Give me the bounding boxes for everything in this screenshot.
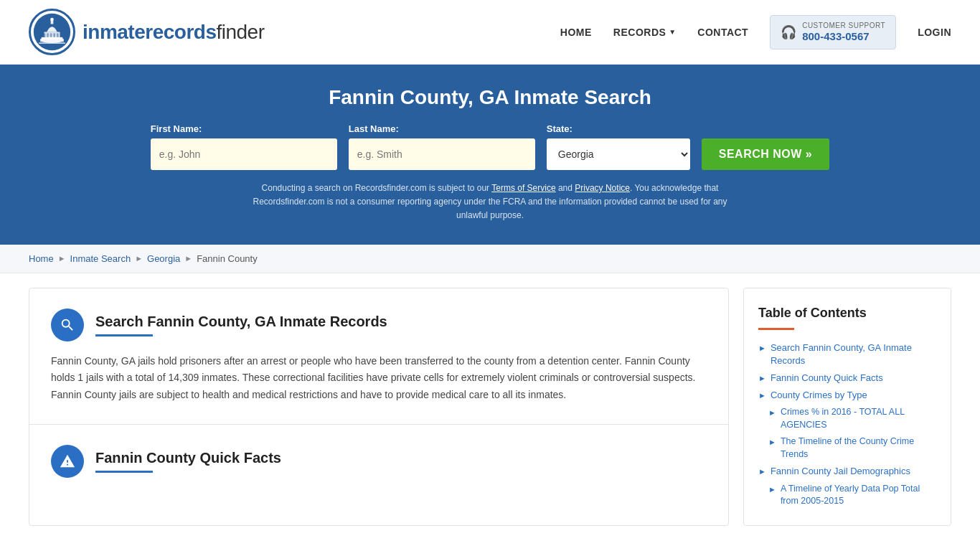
chevron-right-icon-2: ►	[758, 374, 766, 382]
privacy-link[interactable]: Privacy Notice	[575, 183, 630, 193]
toc-list: ► Search Fannin County, GA Inmate Record…	[758, 342, 936, 508]
breadcrumb-inmate-search[interactable]: Inmate Search	[70, 253, 131, 264]
support-info: CUSTOMER SUPPORT 800-433-0567	[802, 22, 885, 43]
section-quick-facts: Fannin County Quick Facts	[29, 425, 728, 509]
search-icon-circle	[51, 309, 84, 342]
chevron-down-icon: ▼	[669, 28, 676, 36]
nav-records-link[interactable]: RECORDS	[613, 27, 666, 38]
breadcrumb-separator-2: ►	[135, 254, 143, 263]
toc-link-6[interactable]: Fannin County Jail Demographics	[771, 465, 910, 478]
toc-link-2[interactable]: Fannin County Quick Facts	[771, 372, 883, 385]
first-name-input[interactable]	[151, 138, 337, 170]
nav-home[interactable]: HOME	[560, 27, 592, 38]
hero-section: Fannin County, GA Inmate Search First Na…	[0, 65, 980, 245]
breadcrumb: Home ► Inmate Search ► Georgia ► Fannin …	[0, 245, 980, 273]
svg-rect-11	[40, 40, 64, 42]
chevron-right-icon-1: ►	[758, 344, 766, 352]
toc-link-7[interactable]: A Timeline of Yearly Data Pop Total from…	[781, 483, 936, 508]
site-header: inmaterecordsfinder HOME RECORDS ▼ CONTA…	[0, 0, 980, 65]
toc-item-6: ► Fannin County Jail Demographics	[758, 465, 936, 478]
login-button[interactable]: LOGIN	[918, 27, 951, 38]
section-header-facts: Fannin County Quick Facts	[51, 445, 707, 478]
breadcrumb-separator-3: ►	[184, 254, 192, 263]
svg-rect-12	[39, 42, 65, 44]
title-underline	[95, 334, 153, 336]
svg-point-5	[50, 18, 54, 22]
content-area: Search Fannin County, GA Inmate Records …	[29, 288, 729, 526]
svg-rect-6	[44, 33, 46, 37]
search-button[interactable]: SEARCH NOW »	[702, 138, 829, 170]
logo: inmaterecordsfinder	[29, 9, 265, 55]
first-name-group: First Name:	[151, 123, 337, 170]
svg-rect-2	[42, 37, 62, 40]
chevron-right-icon-5: ►	[768, 438, 776, 446]
section-title-wrapper-facts: Fannin County Quick Facts	[95, 450, 281, 473]
breadcrumb-georgia[interactable]: Georgia	[147, 253, 180, 264]
support-label: CUSTOMER SUPPORT	[802, 22, 885, 30]
toc-divider	[758, 328, 794, 330]
svg-rect-9	[53, 33, 55, 37]
svg-rect-7	[47, 33, 49, 37]
toc-item-2: ► Fannin County Quick Facts	[758, 372, 936, 385]
nav-contact[interactable]: CONTACT	[697, 27, 748, 38]
chevron-right-icon-3: ►	[758, 391, 766, 400]
chevron-right-icon-7: ►	[768, 485, 776, 494]
section-title-search: Search Fannin County, GA Inmate Records	[95, 314, 387, 330]
svg-rect-10	[57, 33, 59, 37]
section-title-wrapper-search: Search Fannin County, GA Inmate Records	[95, 314, 387, 336]
logo-icon	[29, 9, 75, 55]
logo-text: inmaterecordsfinder	[83, 21, 265, 44]
customer-support-button[interactable]: 🎧 CUSTOMER SUPPORT 800-433-0567	[770, 15, 896, 50]
toc-link-4[interactable]: Crimes % in 2016 - TOTAL ALL AGENCIES	[781, 406, 936, 431]
svg-rect-8	[50, 33, 52, 37]
section-search-records: Search Fannin County, GA Inmate Records …	[29, 288, 728, 425]
tos-link[interactable]: Terms of Service	[491, 183, 555, 193]
title-underline-facts	[95, 471, 153, 473]
toc-link-3[interactable]: County Crimes by Type	[771, 389, 867, 402]
state-group: State: Georgia Alabama Alaska Arizona Ca…	[547, 123, 690, 170]
section-header-search: Search Fannin County, GA Inmate Records	[51, 309, 707, 342]
first-name-label: First Name:	[151, 123, 337, 134]
toc-item-1: ► Search Fannin County, GA Inmate Record…	[758, 342, 936, 367]
toc-item-7: ► A Timeline of Yearly Data Pop Total fr…	[768, 483, 936, 508]
breadcrumb-current: Fannin County	[197, 253, 258, 264]
breadcrumb-home[interactable]: Home	[29, 253, 54, 264]
hero-disclaimer: Conducting a search on Recordsfinder.com…	[239, 182, 741, 223]
main-nav: HOME RECORDS ▼ CONTACT 🎧 CUSTOMER SUPPOR…	[560, 15, 951, 50]
hero-title: Fannin County, GA Inmate Search	[29, 86, 951, 109]
sidebar-toc: Table of Contents ► Search Fannin County…	[743, 288, 951, 526]
toc-item-5: ► The Timeline of the County Crime Trend…	[768, 435, 936, 461]
breadcrumb-separator-1: ►	[58, 254, 66, 263]
toc-item-3: ► County Crimes by Type	[758, 389, 936, 402]
section-body-search: Fannin County, GA jails hold prisoners a…	[51, 353, 707, 404]
headset-icon: 🎧	[781, 24, 796, 40]
state-label: State:	[547, 123, 690, 134]
chevron-right-icon-6: ►	[758, 467, 766, 476]
toc-link-1[interactable]: Search Fannin County, GA Inmate Records	[771, 342, 936, 367]
toc-item-4: ► Crimes % in 2016 - TOTAL ALL AGENCIES	[768, 406, 936, 431]
nav-records[interactable]: RECORDS ▼	[613, 27, 676, 38]
last-name-input[interactable]	[349, 138, 535, 170]
search-form: First Name: Last Name: State: Georgia Al…	[29, 123, 951, 170]
chevron-right-icon-4: ►	[768, 408, 776, 417]
state-select[interactable]: Georgia Alabama Alaska Arizona Californi…	[547, 138, 690, 170]
warning-icon-circle	[51, 445, 84, 478]
support-number: 800-433-0567	[802, 30, 885, 43]
main-content: Search Fannin County, GA Inmate Records …	[0, 273, 980, 540]
toc-link-5[interactable]: The Timeline of the County Crime Trends	[781, 435, 936, 461]
toc-title: Table of Contents	[758, 306, 936, 321]
last-name-label: Last Name:	[349, 123, 535, 134]
section-title-facts: Fannin County Quick Facts	[95, 450, 281, 466]
last-name-group: Last Name:	[349, 123, 535, 170]
